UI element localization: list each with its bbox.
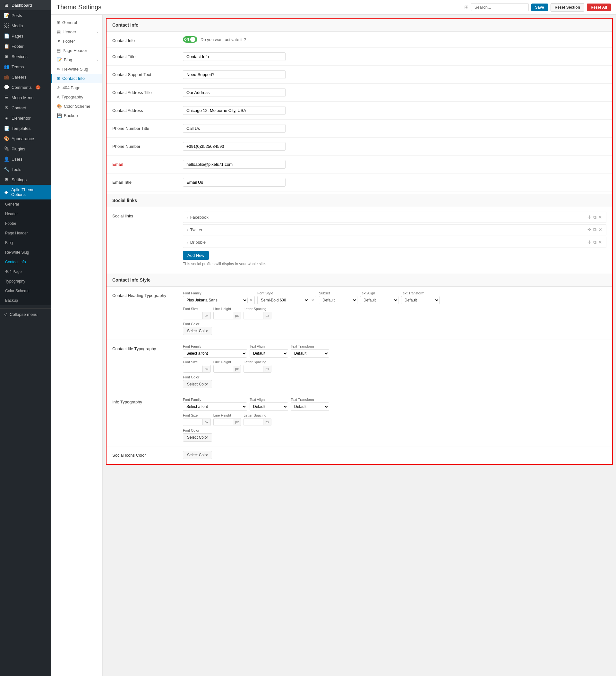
reset-all-button[interactable]: Reset All bbox=[587, 4, 611, 11]
twitter-copy-icon[interactable]: ⧉ bbox=[593, 227, 597, 232]
facebook-copy-icon[interactable]: ⧉ bbox=[593, 215, 597, 220]
font-family-clear-icon[interactable]: ✕ bbox=[247, 297, 254, 303]
left-nav-contact-info[interactable]: ⊞ Contact Info bbox=[51, 74, 102, 83]
social-facebook-toggle[interactable]: › Facebook bbox=[187, 215, 209, 220]
font-size-input[interactable] bbox=[183, 312, 202, 319]
sidebar-item-media[interactable]: 🖼 Media bbox=[0, 20, 51, 31]
t2-font-color-label: Font Color bbox=[183, 375, 212, 379]
left-nav-404[interactable]: ⚠ 404 Page bbox=[51, 83, 102, 92]
t3-font-color-button[interactable]: Select Color bbox=[183, 433, 212, 442]
sidebar-item-settings[interactable]: ⚙ Settings bbox=[0, 174, 51, 185]
text-transform-select[interactable]: Default bbox=[401, 296, 440, 304]
font-color-button[interactable]: Select Color bbox=[183, 327, 212, 335]
collapse-menu[interactable]: ◁ Collapse menu bbox=[0, 308, 51, 320]
sidebar-item-mega-menu[interactable]: ☰ Mega Menu bbox=[0, 92, 51, 103]
font-style-select[interactable]: Semi-Bold 600 bbox=[258, 296, 309, 304]
sidebar-sub-footer[interactable]: Footer bbox=[0, 219, 51, 228]
left-nav-page-header[interactable]: ▤ Page Header bbox=[51, 46, 102, 55]
line-height-input[interactable] bbox=[214, 312, 233, 319]
sidebar-item-posts[interactable]: 📝 Posts bbox=[0, 10, 51, 20]
search-input[interactable] bbox=[471, 3, 529, 11]
sidebar-item-careers[interactable]: 💼 Careers bbox=[0, 72, 51, 82]
contact-title-input[interactable] bbox=[183, 52, 286, 61]
contact-info-toggle[interactable]: ON bbox=[183, 36, 197, 43]
contact-info-toggle-control: ON Do you want activate it ? bbox=[183, 36, 606, 43]
email-input[interactable] bbox=[183, 160, 286, 169]
sidebar-sub-backup[interactable]: Backup bbox=[0, 296, 51, 305]
left-nav-color-scheme[interactable]: 🎨 Color Scheme bbox=[51, 102, 102, 111]
sidebar-sub-rewrite-slug[interactable]: Re-Write Slug bbox=[0, 247, 51, 257]
text-align-select[interactable]: Default bbox=[360, 296, 399, 304]
sidebar-item-footer[interactable]: 📋 Footer bbox=[0, 41, 51, 51]
sidebar-sub-general[interactable]: General bbox=[0, 200, 51, 209]
t3-text-align-select[interactable]: Default bbox=[250, 402, 288, 411]
letter-spacing-input[interactable] bbox=[244, 312, 263, 319]
t2-text-align-select[interactable]: Default bbox=[250, 349, 288, 357]
sidebar-item-users[interactable]: 👤 Users bbox=[0, 154, 51, 164]
t3-font-family-select[interactable]: Select a font bbox=[183, 402, 247, 411]
sidebar-item-plugins[interactable]: 🔌 Plugins bbox=[0, 144, 51, 154]
add-new-social-button[interactable]: Add New bbox=[183, 251, 209, 260]
facebook-move-icon[interactable]: ✛ bbox=[587, 215, 591, 220]
t3-font-size-input[interactable] bbox=[183, 418, 202, 426]
font-family-select[interactable]: Plus Jakarta Sans bbox=[183, 296, 247, 304]
social-icons-color-button[interactable]: Select Color bbox=[183, 451, 212, 459]
sidebar-sub-404[interactable]: 404 Page bbox=[0, 267, 51, 276]
t2-font-size-input[interactable] bbox=[183, 365, 202, 372]
facebook-delete-icon[interactable]: ✕ bbox=[598, 215, 602, 220]
left-nav-rewrite-slug[interactable]: ✏ Re-Write Slug bbox=[51, 64, 102, 74]
sidebar-sub-typography[interactable]: Typography bbox=[0, 276, 51, 286]
sidebar-sub-contact-info[interactable]: Contact Info bbox=[0, 257, 51, 267]
sidebar-item-contact[interactable]: ✉ Contact bbox=[0, 103, 51, 113]
t3-letter-spacing-input[interactable] bbox=[244, 418, 263, 426]
left-nav-blog[interactable]: 📝 Blog › bbox=[51, 55, 102, 64]
left-nav-footer[interactable]: ▼ Footer bbox=[51, 37, 102, 46]
t2-font-color-button[interactable]: Select Color bbox=[183, 380, 212, 388]
sidebar-item-dashboard[interactable]: ⊞ Dashboard bbox=[0, 0, 51, 10]
dribbble-move-icon[interactable]: ✛ bbox=[587, 239, 591, 245]
social-dribbble-toggle[interactable]: › Dribbble bbox=[187, 240, 206, 245]
t3-line-height-wrap: px bbox=[213, 418, 241, 426]
left-nav-header[interactable]: ▤ Header › bbox=[51, 27, 102, 37]
twitter-move-icon[interactable]: ✛ bbox=[587, 227, 591, 232]
phone-number-title-input[interactable] bbox=[183, 124, 286, 133]
t3-text-transform-select[interactable]: Default bbox=[291, 402, 329, 411]
contact-address-input[interactable] bbox=[183, 106, 286, 115]
social-twitter-toggle[interactable]: › Twitter bbox=[187, 227, 202, 232]
dribbble-copy-icon[interactable]: ⧉ bbox=[593, 239, 597, 245]
t2-letter-spacing-input[interactable] bbox=[244, 365, 263, 372]
phone-number-input[interactable] bbox=[183, 142, 286, 151]
email-title-row: Email Title bbox=[106, 173, 612, 191]
left-nav-general[interactable]: ⊞ General bbox=[51, 18, 102, 27]
sidebar-item-services[interactable]: ⚙ Services bbox=[0, 51, 51, 62]
t3-font-color-label: Font Color bbox=[183, 429, 212, 432]
left-nav-typography[interactable]: A Typography bbox=[51, 92, 102, 102]
font-style-clear-icon[interactable]: ✕ bbox=[309, 297, 316, 303]
sidebar-sub-page-header[interactable]: Page Header bbox=[0, 228, 51, 238]
sidebar-item-tools[interactable]: 🔧 Tools bbox=[0, 164, 51, 174]
sidebar-item-templates[interactable]: 📑 Templates bbox=[0, 123, 51, 133]
subset-select[interactable]: Default bbox=[319, 296, 357, 304]
sidebar-sub-blog[interactable]: Blog bbox=[0, 238, 51, 247]
contact-support-input[interactable] bbox=[183, 70, 286, 79]
sidebar-item-elementor[interactable]: ◈ Elementor bbox=[0, 113, 51, 123]
save-button[interactable]: Save bbox=[531, 4, 548, 11]
dribbble-delete-icon[interactable]: ✕ bbox=[598, 239, 602, 245]
reset-section-button[interactable]: Reset Section bbox=[551, 3, 584, 11]
t2-line-height-input[interactable] bbox=[214, 365, 233, 372]
sidebar-item-comments[interactable]: 💬 Comments 1 bbox=[0, 82, 51, 92]
left-nav-backup[interactable]: 💾 Backup bbox=[51, 111, 102, 120]
contact-address-title-input[interactable] bbox=[183, 88, 286, 97]
sidebar-item-teams[interactable]: 👥 Teams bbox=[0, 62, 51, 72]
t2-text-transform-select[interactable]: Default bbox=[291, 349, 329, 357]
sidebar-item-pages[interactable]: 📄 Pages bbox=[0, 31, 51, 41]
sidebar-item-aplio-theme[interactable]: ◆ Aplio Theme Options bbox=[0, 185, 51, 200]
email-title-input[interactable] bbox=[183, 178, 286, 187]
sidebar-item-appearance[interactable]: 🎨 Appearance bbox=[0, 133, 51, 144]
t2-font-family-select[interactable]: Select a font bbox=[183, 349, 247, 357]
twitter-delete-icon[interactable]: ✕ bbox=[598, 227, 602, 232]
sub-header-label: Header bbox=[5, 212, 18, 216]
t3-line-height-input[interactable] bbox=[214, 418, 233, 426]
sidebar-sub-color-scheme[interactable]: Color Scheme bbox=[0, 286, 51, 296]
sidebar-sub-header[interactable]: Header bbox=[0, 209, 51, 219]
